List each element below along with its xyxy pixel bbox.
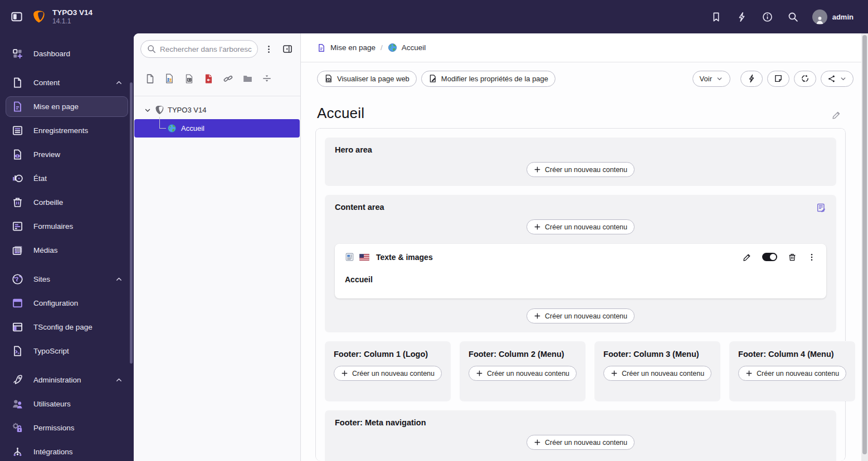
sidebar-item-permissions[interactable]: Permissions [6,418,128,438]
sidebar-item-dashboard[interactable]: Dashboard [6,43,128,64]
note-button[interactable] [767,71,789,87]
edit-column-content-icon[interactable] [816,203,826,213]
cache-bolt-button[interactable] [740,71,763,87]
bolt-icon [747,74,756,83]
breadcrumb-page[interactable]: Accueil [388,43,426,52]
edit-page-properties-button[interactable]: Modifier les propriétés de la page [421,71,555,87]
sidebar-item-formulaires[interactable]: Formulaires [6,216,128,237]
share-dropdown-button[interactable] [821,71,854,87]
panel-collapse-icon [282,44,292,54]
breadcrumb-separator: / [381,43,383,52]
sidebar-item-sites[interactable]: Sites [6,269,128,290]
page-layout-icon [12,101,23,112]
records-list-icon [12,125,23,136]
create-content-button[interactable]: Créer un nouveau contenu [526,308,635,323]
refresh-icon [801,74,810,83]
create-content-button[interactable]: Créer un nouveau contenu [526,219,635,234]
breadcrumb-module[interactable]: Mise en page [317,43,376,52]
tree-node-root[interactable]: TYPO3 V14 [134,102,300,118]
create-content-button[interactable]: Créer un nouveau contenu [738,366,846,381]
content-element-header: Accueil [345,275,816,284]
bookmarks-button[interactable] [706,7,726,27]
tree-search[interactable] [140,40,258,58]
user-menu[interactable]: admin [809,7,857,27]
column-title: Footer: Column 2 (Menu) [469,349,577,359]
globe-icon [12,273,23,285]
configuration-icon [12,297,23,309]
module-menu-scrollbar[interactable] [130,82,133,364]
forms-icon [12,220,23,232]
view-dropdown-button[interactable]: Voir [693,71,730,87]
column-title: Content area [335,203,384,212]
sidebar-item-configuration[interactable]: Configuration [6,293,128,313]
column-title: Footer: Column 3 (Menu) [603,349,711,359]
new-divider-handle[interactable] [260,71,274,86]
sidebar-item-medias[interactable]: Médias [6,240,128,261]
new-shortcut-page-handle[interactable] [182,71,196,86]
docheader: Visualiser la page web Modifier les prop… [301,62,868,95]
delete-trash-icon[interactable] [788,253,797,262]
sidebar-item-label: Preview [33,150,123,159]
recycler-trash-icon [12,197,23,208]
sidebar-item-typoscript[interactable]: TypoScript [6,341,128,361]
content-element-card[interactable]: Texte & images Accueil [335,244,826,298]
create-content-button[interactable]: Créer un nouveau contenu [469,366,577,381]
module-menu: Dashboard Content Mise en page Enregistr… [0,33,134,461]
brand[interactable]: TYPO3 V14 14.1.1 [32,8,92,26]
chevron-up-icon [115,79,123,87]
typoscript-code-icon [12,345,23,357]
sidebar-item-integrations[interactable]: Intégrations [6,442,128,461]
sidebar-item-mise-en-page[interactable]: Mise en page [6,96,128,117]
content-element-type: Texte & images [376,253,433,262]
tree-collapse-button[interactable] [279,41,296,57]
column-footer-meta: Footer: Meta navigation Créer un nouveau… [325,410,836,461]
username: admin [832,13,854,21]
column-footer-4: Footer: Column 4 (Menu) Créer un nouveau… [729,341,855,401]
sidebar-item-content[interactable]: Content [6,72,128,93]
sidebar-item-corbeille[interactable]: Corbeille [6,192,128,213]
main-scrollbar[interactable] [861,33,868,461]
help-button[interactable] [758,7,778,27]
sidebar-item-label: TypoScript [33,347,123,355]
search-button[interactable] [783,7,803,27]
create-content-button[interactable]: Créer un nouveau contenu [334,366,442,381]
create-content-button[interactable]: Créer un nouveau contenu [603,366,711,381]
sidebar-item-tsconfig[interactable]: TSconfig de page [6,317,128,337]
page-layout-grid: Hero area Créer un nouveau contenu Conte… [315,128,846,461]
sidebar-item-utilisateurs[interactable]: Utilisateurs [6,394,128,414]
sidebar-item-enregistrements[interactable]: Enregistrements [6,120,128,141]
typo3-logo-icon [32,10,46,23]
tree-node-accueil[interactable]: Accueil [134,119,300,138]
more-dots-icon[interactable] [807,253,816,262]
info-icon [762,12,773,22]
plus-icon [534,312,541,320]
sidebar-item-label: Sites [33,275,105,283]
tsconfig-grid-icon [12,321,23,333]
avatar [812,9,827,24]
new-link-page-handle[interactable] [221,71,235,86]
view-webpage-button[interactable]: Visualiser la page web [317,71,417,87]
modulemenu-toggle-button[interactable] [4,4,29,29]
sidebar-item-administration[interactable]: Administration [6,370,128,390]
new-mountpoint-page-handle[interactable] [201,71,216,86]
edit-title-pencil-icon[interactable] [832,110,841,120]
new-page-handle[interactable] [143,71,157,86]
topbar: TYPO3 V14 14.1.1 admin [0,0,868,33]
new-page-users-handle[interactable] [162,71,177,86]
scrollbar-thumb[interactable] [862,35,867,454]
visibility-toggle[interactable] [762,253,777,261]
create-content-button[interactable]: Créer un nouveau contenu [526,435,635,450]
bolt-icon [737,12,747,22]
bookmark-icon [711,12,721,22]
reload-button[interactable] [794,71,816,87]
column-content-area: Content area Créer un nouveau contenu [325,195,836,332]
new-folder-handle[interactable] [240,71,255,86]
tree-search-input[interactable] [160,45,252,53]
tree-menu-button[interactable] [260,41,277,57]
sidebar-item-etat[interactable]: État [6,168,128,189]
edit-pencil-icon[interactable] [743,253,752,262]
create-content-button[interactable]: Créer un nouveau contenu [526,162,635,177]
clear-cache-button[interactable] [732,7,752,27]
sidebar-item-preview[interactable]: Preview [6,144,128,165]
link-icon [223,73,233,84]
